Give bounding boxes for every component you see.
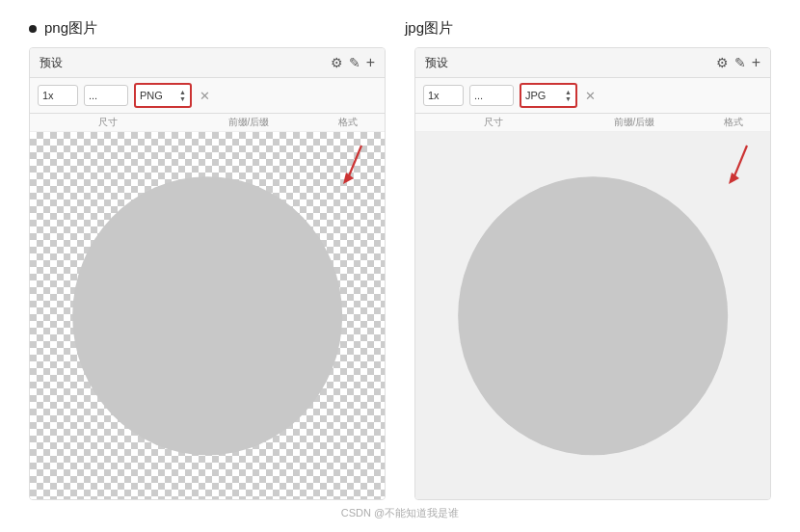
jpg-format-arrows: ▲ ▼ [565, 89, 572, 102]
png-format-wrapper: PNG JPG SVG ▲ ▼ [134, 83, 192, 108]
jpg-panel: 预设 ⚙ ✎ + 1x 2x 3x ... PNG JPG SVG [414, 47, 771, 500]
jpg-column-labels: 尺寸 前缀/后缀 格式 [415, 114, 770, 132]
png-circle [72, 176, 342, 456]
png-label: png图片 [29, 19, 395, 38]
watermark: CSDN @不能知道我是谁 [29, 500, 771, 522]
png-toolbar: 预设 ⚙ ✎ + [30, 48, 385, 78]
top-labels: png图片 jpg图片 [29, 19, 771, 38]
jpg-edit-icon[interactable]: ✎ [734, 55, 746, 70]
svg-marker-1 [343, 173, 354, 184]
png-preset-title: 预设 [40, 55, 63, 71]
png-format-label: 格式 [319, 116, 377, 129]
jpg-prefix-label: 前缀/后缀 [564, 116, 705, 129]
jpg-circle [458, 176, 728, 456]
jpg-preview [415, 132, 770, 499]
jpg-size-select[interactable]: 1x 2x 3x [423, 85, 464, 106]
png-arrow [334, 142, 369, 194]
svg-line-0 [348, 146, 361, 178]
png-column-labels: 尺寸 前缀/后缀 格式 [30, 114, 385, 132]
jpg-title-text: jpg图片 [405, 19, 453, 36]
watermark-text: CSDN @不能知道我是谁 [341, 507, 459, 519]
png-format-arrows: ▲ ▼ [179, 89, 186, 102]
png-filter-icon[interactable]: ⚙ [331, 55, 343, 70]
png-size-label: 尺寸 [38, 116, 178, 129]
jpg-controls: 1x 2x 3x ... PNG JPG SVG ▲ ▼ ✕ [415, 78, 770, 114]
png-edit-icon[interactable]: ✎ [349, 55, 360, 70]
png-preview [30, 132, 385, 499]
jpg-format-label: 格式 [705, 116, 762, 129]
jpg-label: jpg图片 [395, 19, 771, 38]
jpg-format-wrapper: PNG JPG SVG ▲ ▼ [520, 83, 577, 108]
bullet-dot [29, 25, 37, 33]
svg-marker-3 [729, 173, 739, 184]
png-add-button[interactable]: + [366, 54, 375, 71]
jpg-add-button[interactable]: + [752, 54, 760, 71]
png-prefix-label: 前缀/后缀 [178, 116, 319, 129]
panels-row: 预设 ⚙ ✎ + 1x 2x 3x ... PNG JPG SVG [29, 47, 771, 500]
jpg-preset-title: 预设 [425, 55, 448, 71]
png-panel: 预设 ⚙ ✎ + 1x 2x 3x ... PNG JPG SVG [29, 47, 386, 500]
jpg-prefix-select[interactable]: ... [469, 85, 514, 106]
jpg-close-button[interactable]: ✕ [585, 89, 596, 103]
jpg-filter-icon[interactable]: ⚙ [716, 55, 729, 70]
png-close-button[interactable]: ✕ [200, 89, 210, 103]
png-controls: 1x 2x 3x ... PNG JPG SVG ▲ ▼ ✕ [30, 78, 385, 114]
jpg-toolbar: 预设 ⚙ ✎ + [415, 48, 770, 78]
jpg-arrow [720, 142, 755, 194]
png-title-text: png图片 [44, 19, 97, 38]
png-size-select[interactable]: 1x 2x 3x [38, 85, 78, 106]
png-prefix-select[interactable]: ... [84, 85, 128, 106]
jpg-size-label: 尺寸 [423, 116, 564, 129]
svg-line-2 [733, 146, 747, 178]
